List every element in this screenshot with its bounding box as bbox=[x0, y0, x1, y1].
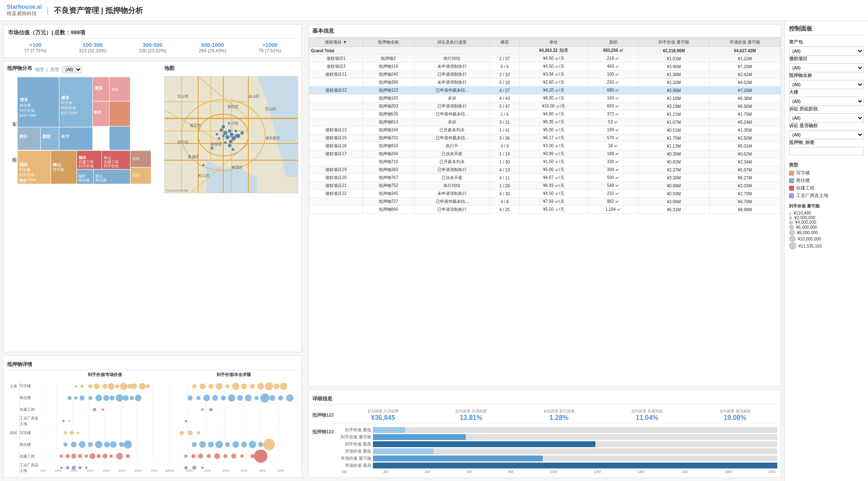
svg-point-91 bbox=[232, 136, 236, 141]
legend-label: 工业厂房及土地 bbox=[796, 192, 828, 199]
size-legend-item: ¥10,000,000 bbox=[789, 235, 864, 242]
size-circle bbox=[789, 235, 796, 242]
table-row[interactable]: 抵押物386 未申请强制执行 5 / 18 ¥2.60 ㎡/天 292 ㎡ ¥2… bbox=[309, 79, 781, 87]
svg-point-205 bbox=[225, 384, 230, 389]
table-row[interactable]: 债权项目13 抵押物166 已开庭未判决 1 / 41 ¥5.00 ㎡/天 19… bbox=[309, 126, 781, 134]
svg-point-254 bbox=[202, 466, 204, 469]
svg-point-219 bbox=[237, 395, 243, 401]
col-price: 单价 bbox=[519, 38, 588, 47]
svg-text:闵行: 闵行 bbox=[19, 134, 28, 139]
filter-select-诉讼 是否确权[interactable]: (All) bbox=[789, 130, 864, 139]
col-floor: 楼层 bbox=[490, 38, 520, 47]
svg-point-175 bbox=[78, 466, 82, 469]
svg-text:★: ★ bbox=[231, 146, 235, 152]
table-row[interactable]: 债权项目21 抵押物752 执行待结 1 / 28 ¥6.93 ㎡/天 548 … bbox=[309, 182, 781, 190]
svg-point-249 bbox=[240, 455, 244, 458]
col-project[interactable]: 债权项目 ▼ bbox=[309, 38, 363, 47]
svg-point-94 bbox=[229, 140, 232, 143]
detail-kpi-row: 抵押物122 折扣因素 欠息税费 ¥36,845 折扣因素 交易税费 13.81… bbox=[312, 407, 777, 424]
svg-point-232 bbox=[192, 442, 197, 447]
svg-text:¥167.89M: ¥167.89M bbox=[19, 113, 36, 118]
svg-point-151 bbox=[77, 432, 79, 434]
filter-select-诉讼 所处阶段[interactable]: (All) bbox=[789, 113, 864, 123]
filter-select-抵押物名称[interactable]: (All) bbox=[789, 80, 864, 89]
svg-point-248 bbox=[231, 454, 236, 459]
svg-text:商住楼: 商住楼 bbox=[95, 178, 107, 182]
range-item: 500-1000294 (29.43%) bbox=[199, 42, 226, 53]
svg-text:到手价值: 到手价值 bbox=[104, 164, 119, 168]
table-row[interactable]: 债权项目12 抵押物122 已申请仲裁未结... 4 / 27 ¥4.20 ㎡/… bbox=[309, 87, 781, 95]
svg-text:商住楼: 商住楼 bbox=[78, 178, 89, 182]
tab-type[interactable]: 类型 bbox=[50, 67, 59, 73]
svg-point-213 bbox=[188, 395, 193, 400]
table-row[interactable]: 债权项目19 抵押物382 已申请强制执行 4 / 13 ¥5.00 ㎡/天 3… bbox=[309, 166, 781, 174]
svg-point-233 bbox=[199, 441, 206, 448]
svg-point-88 bbox=[225, 135, 230, 139]
svg-point-206 bbox=[232, 383, 240, 390]
header-logo: Starhouse.ai 格蓝威驰科技 bbox=[7, 3, 42, 17]
svg-point-126 bbox=[115, 384, 120, 389]
svg-text:写字体: 写字体 bbox=[61, 101, 72, 105]
svg-point-147 bbox=[62, 420, 65, 422]
svg-point-253 bbox=[192, 466, 197, 470]
distribution-dropdown[interactable]: (All) bbox=[62, 66, 82, 73]
filter-select-债权项目[interactable]: (All) bbox=[789, 63, 864, 72]
table-row[interactable]: 抵押物813 未诉 3 / 31 ¥5.35 ㎡/天 53 ㎡ ¥1.07M ¥… bbox=[309, 118, 781, 126]
svg-text:25%: 25% bbox=[241, 469, 248, 473]
legend-color bbox=[789, 171, 794, 176]
svg-point-86 bbox=[223, 131, 227, 135]
basic-info-table: 债权项目 ▼ 抵押物名称 诉讼及执行进度 楼层 单价 面积 到手价值 最可能 市… bbox=[309, 38, 781, 214]
distribution-section: 抵押物分布 地理 | 类型 (All) 上海 深圳 bbox=[3, 61, 302, 352]
detail-info-title: 详细信息 bbox=[312, 395, 332, 402]
svg-text:到手价值: 到手价值 bbox=[79, 164, 94, 168]
svg-point-167 bbox=[97, 454, 101, 458]
svg-point-216 bbox=[212, 395, 218, 401]
svg-point-209 bbox=[258, 383, 264, 390]
table-row[interactable]: 抵押物866 已申请强制执行 4 / 25 ¥5.50 ㎡/天 1,184 ㎡ … bbox=[309, 206, 781, 214]
legend-color bbox=[789, 186, 794, 191]
filter-select-资产包[interactable]: (All) bbox=[789, 46, 864, 56]
svg-text:¥127.00M: ¥127.00M bbox=[61, 111, 78, 115]
svg-rect-23 bbox=[110, 101, 130, 126]
table-row[interactable]: 债权项目3 抵押物116 未申请强制执行 5 / 5 ¥4.50 ㎡/天 460… bbox=[309, 63, 781, 71]
filter-select-大楼[interactable]: (All) bbox=[789, 97, 864, 106]
market-ranges: <10077 (7.71%)100-300323 (32.33%)300-500… bbox=[8, 42, 297, 53]
svg-point-234 bbox=[208, 442, 214, 448]
tab-geo[interactable]: 地理 bbox=[35, 67, 44, 73]
range-item: >100075 (7.51%) bbox=[259, 42, 281, 53]
svg-text:在建工程: 在建工程 bbox=[79, 160, 94, 164]
filter-input-抵押物_标签[interactable] bbox=[789, 147, 864, 155]
table-row[interactable]: 债权项目15 抵押物701 已申请仲裁未结... 3 / 36 ¥6.17 ㎡/… bbox=[309, 134, 781, 142]
table-row[interactable]: 抵押物727 已申请仲裁未结... 4 / 8 ¥7.93 ㎡/天 982 ㎡ … bbox=[309, 198, 781, 206]
table-row[interactable]: 债权项目20 抵押物767 已冻未开庭 4 / 11 ¥4.67 ㎡/天 500… bbox=[309, 174, 781, 182]
svg-point-148 bbox=[69, 420, 71, 422]
legend-label: 在建工程 bbox=[796, 185, 814, 191]
svg-point-122 bbox=[88, 384, 92, 389]
svg-text:宝山市: 宝山市 bbox=[177, 94, 189, 98]
svg-point-95 bbox=[224, 141, 227, 144]
svg-point-229 bbox=[180, 431, 184, 435]
size-circle bbox=[789, 242, 797, 250]
kpi-1: 折扣因素 欠息税费 ¥36,845 bbox=[341, 409, 425, 422]
svg-point-231 bbox=[197, 431, 200, 435]
svg-point-92 bbox=[220, 128, 223, 132]
table-row[interactable]: 抵押物535 已申请仲裁未结... 1 / 6 ¥4.80 ㎡/天 372 ㎡ … bbox=[309, 110, 781, 118]
table-row[interactable]: 债权项目17 抵押物266 已冻未开庭 1 / 14 ¥3.99 ㎡/天 188… bbox=[309, 150, 781, 158]
table-row[interactable]: 债权项目11 抵押物240 已申请强制执行 2 / 10 ¥3.94 ㎡/天 1… bbox=[309, 71, 781, 79]
svg-point-149 bbox=[64, 431, 67, 435]
table-row[interactable]: 抵押物710 已开庭未判决 1 / 30 ¥1.50 ㎡/天 330 ㎡ ¥0.… bbox=[309, 158, 781, 166]
table-row[interactable]: 抵押物203 已申请强制执行 5 / 47 ¥10.00 ㎡/天 650 ㎡ ¥… bbox=[309, 102, 781, 110]
svg-text:商住楼: 商住楼 bbox=[20, 103, 31, 107]
mortgage-detail-section: 抵押物详情 上海 深圳 bbox=[3, 356, 302, 478]
svg-text:20%: 20% bbox=[71, 469, 78, 473]
table-row[interactable]: 债权项目16 抵押物910 执行中 4 / 9 ¥3.00 ㎡/天 36 ㎡ ¥… bbox=[309, 142, 781, 150]
svg-point-240 bbox=[258, 442, 263, 447]
svg-text:莘庄: 莘庄 bbox=[94, 110, 102, 115]
table-row[interactable]: 债权项目1 抵押物2 执行待结 1 / 37 ¥4.50 ㎡/天 216 ㎡ ¥… bbox=[309, 55, 781, 63]
svg-point-158 bbox=[119, 442, 124, 447]
table-row[interactable]: 抵押物183 未诉 4 / 43 ¥8.80 ㎡/天 160 ㎡ ¥2.10M … bbox=[309, 95, 781, 102]
table-row[interactable]: 债权项目22 抵押物345 未申请强制执行 4 / 30 ¥4.50 ㎡/天 2… bbox=[309, 190, 781, 198]
svg-point-155 bbox=[95, 441, 102, 448]
legend-section: 类型 写字楼 商住楼 在建工程 工业厂房及土地 bbox=[789, 162, 864, 200]
table-scroll[interactable]: 债权项目 ▼ 抵押物名称 诉讼及执行进度 楼层 单价 面积 到手价值 最可能 市… bbox=[309, 38, 781, 386]
